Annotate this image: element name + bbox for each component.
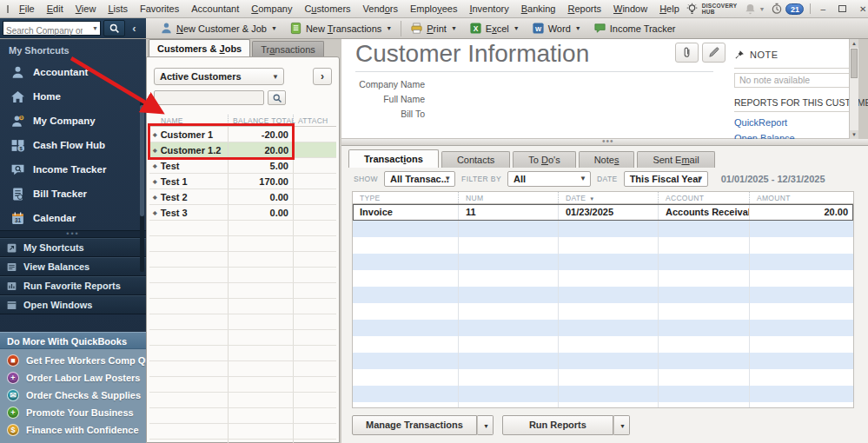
customer-row[interactable]: ◆Test 20.00 xyxy=(149,189,336,205)
show-dropdown[interactable]: All Transac...▼ xyxy=(384,171,455,187)
search-button[interactable] xyxy=(103,20,125,36)
toolbar-button-print[interactable]: Print▼ xyxy=(404,19,463,38)
customer-row[interactable]: ◆Test 1170.00 xyxy=(149,174,336,189)
tab-customers-jobs[interactable]: Customers & Jobs xyxy=(149,39,250,56)
sidebar-item-home[interactable]: Home xyxy=(0,84,146,109)
column-header-type[interactable]: TYPE xyxy=(353,192,458,203)
manage-transactions-dropdown[interactable]: ▼ xyxy=(477,415,494,435)
restore-button[interactable] xyxy=(838,5,846,12)
toolbar-button-income-tracker[interactable]: Income Tracker xyxy=(587,19,682,38)
field-label-company-name: Company Name xyxy=(355,77,425,92)
menu-item-customers[interactable]: Customers xyxy=(298,0,356,18)
do-more-item-promote-your-business[interactable]: +Promote Your Business xyxy=(0,404,146,421)
toolbar-button-word[interactable]: WWord▼ xyxy=(526,19,587,38)
run-reports-dropdown[interactable]: ▼ xyxy=(613,415,630,435)
sidebar-item-cash-flow-hub[interactable]: $Cash Flow Hub xyxy=(0,133,146,157)
tab-contacts[interactable]: Contacts xyxy=(441,151,510,168)
sidebar-item-income-tracker[interactable]: Income Tracker xyxy=(0,157,146,182)
edit-customer-button[interactable] xyxy=(702,43,726,63)
do-more-item-order-checks-supplies[interactable]: ✉Order Checks & Supplies xyxy=(0,387,146,404)
menu-item-vendors[interactable]: Vendors xyxy=(357,0,404,18)
toolbar-button-excel[interactable]: XExcel▼ xyxy=(463,19,526,38)
scroll-down-icon[interactable]: ▼ xyxy=(850,130,858,139)
sidebar-nav-view-balances[interactable]: View Balances xyxy=(0,257,146,276)
customer-row[interactable]: ◆Customer 1.220.00 xyxy=(149,142,336,158)
do-more-item-order-labor-law-posters[interactable]: +Order Labor Law Posters xyxy=(0,369,146,387)
customer-row[interactable]: ◆Test5.00 xyxy=(149,158,336,174)
do-more-item-finance-with-confidence[interactable]: $Finance with Confidence xyxy=(0,421,146,439)
sidebar-nav-open-windows[interactable]: Open Windows xyxy=(0,295,146,314)
discovery-hub-button[interactable]: DISCOVERY HUB xyxy=(686,3,738,16)
menu-item-company[interactable]: Company xyxy=(245,0,298,18)
column-header-attach[interactable]: ATTACH xyxy=(293,115,336,126)
search-input[interactable] xyxy=(3,25,85,36)
filter-by-dropdown[interactable]: All▼ xyxy=(507,171,591,187)
search-dropdown-icon[interactable]: ▼ xyxy=(92,25,98,31)
menu-item-file[interactable]: File xyxy=(13,0,41,18)
menu-item-reports[interactable]: Reports xyxy=(561,0,607,18)
column-header-name[interactable]: NAME xyxy=(149,116,228,125)
column-header-amount[interactable]: AMOUNT xyxy=(749,192,853,203)
close-button[interactable]: ✕ xyxy=(856,0,868,18)
toolbar-button-new-customer-job[interactable]: New Customer & Job▼ xyxy=(154,19,283,38)
menu-item-help[interactable]: Help xyxy=(653,0,686,18)
column-header-date[interactable]: DATE▼ xyxy=(558,192,658,203)
manage-transactions-button[interactable]: Manage Transactions xyxy=(352,415,477,435)
chevron-down-icon[interactable]: ▼ xyxy=(514,25,520,31)
customer-filter-dropdown[interactable]: Active Customers ▼ xyxy=(154,68,284,85)
sidebar-item-calendar[interactable]: 31Calendar xyxy=(0,206,146,230)
menu-item-edit[interactable]: Edit xyxy=(41,0,70,18)
customer-search-button[interactable] xyxy=(268,90,286,105)
transaction-row[interactable]: Invoice1101/23/2025Accounts Receivable20… xyxy=(353,204,853,221)
menu-item-inventory[interactable]: Inventory xyxy=(463,0,514,18)
attach-file-button[interactable] xyxy=(675,43,699,63)
sidebar-item-accountant[interactable]: Accountant xyxy=(0,60,146,84)
column-header-num[interactable]: NUM xyxy=(458,192,558,203)
run-reports-button[interactable]: Run Reports xyxy=(502,415,613,435)
reminders-button[interactable]: 21 xyxy=(771,3,804,15)
tab-transactions[interactable]: Transactions xyxy=(348,149,439,168)
report-link-quickreport[interactable]: QuickReport xyxy=(734,117,787,128)
vertical-scrollbar[interactable]: ▲ ▼ xyxy=(849,39,858,139)
chevron-down-icon[interactable]: ▼ xyxy=(271,25,277,31)
customer-row[interactable]: ◆Test 30.00 xyxy=(149,205,336,221)
menu-item-banking[interactable]: Banking xyxy=(515,0,562,18)
tab-to-do-s[interactable]: To Do's xyxy=(513,151,575,168)
sidebar-splitter[interactable]: ••• xyxy=(0,230,146,238)
sidebar-nav-run-favorite-reports[interactable]: Run Favorite Reports xyxy=(0,276,146,295)
menu-item-window[interactable]: Window xyxy=(607,0,653,18)
chevron-down-icon[interactable]: ▼ xyxy=(575,25,581,31)
column-header-balance-total[interactable]: BALANCE TOTAL xyxy=(228,115,293,126)
sidebar-nav-my-shortcuts[interactable]: My Shortcuts xyxy=(0,238,146,257)
chevron-down-icon[interactable]: ▼ xyxy=(386,25,392,31)
note-placeholder[interactable]: No note available xyxy=(734,73,851,88)
scroll-up-icon[interactable]: ▲ xyxy=(850,39,858,48)
do-more-item-get-free-workers-comp-quote[interactable]: ■Get Free Workers Comp Quote xyxy=(0,352,146,369)
chevron-down-icon[interactable]: ▼ xyxy=(451,25,457,31)
scrollbar-thumb[interactable] xyxy=(851,49,858,78)
sidebar-scrollbar[interactable] xyxy=(140,102,144,272)
menu-item-favorites[interactable]: Favorites xyxy=(134,0,185,18)
date-dropdown[interactable]: This Fiscal Year▼ xyxy=(624,171,708,187)
pane-splitter[interactable]: ••• xyxy=(341,139,868,146)
column-header-account[interactable]: ACCOUNT xyxy=(658,192,749,203)
collapse-sidebar-icon[interactable]: ‹ xyxy=(128,19,141,38)
customer-row[interactable]: ◆Customer 1-20.00 xyxy=(149,127,336,142)
menu-item-employees[interactable]: Employees xyxy=(404,0,463,18)
messages-button[interactable]: ▼ xyxy=(744,3,765,16)
menu-item-view[interactable]: View xyxy=(70,0,103,18)
sidebar-item-label: Accountant xyxy=(33,67,88,77)
expand-panel-button[interactable]: › xyxy=(313,68,332,85)
sidebar-item-bill-tracker[interactable]: Bill Tracker xyxy=(0,182,146,206)
toolbar-button-new-transactions[interactable]: New Transactions▼ xyxy=(283,19,398,38)
minimize-button[interactable]: – xyxy=(817,0,829,18)
customer-search-input[interactable] xyxy=(154,90,264,105)
sidebar-item-my-company[interactable]: bMy Company xyxy=(0,109,146,133)
tab-transactions[interactable]: Transactions xyxy=(252,41,324,56)
tab-sent-email[interactable]: Sent Email xyxy=(637,151,714,168)
scrollbar-thumb[interactable] xyxy=(140,105,144,216)
tab-notes[interactable]: Notes xyxy=(579,151,635,168)
menu-item-lists[interactable]: Lists xyxy=(102,0,134,18)
customer-row-empty xyxy=(149,393,336,408)
menu-item-accountant[interactable]: Accountant xyxy=(185,0,245,18)
